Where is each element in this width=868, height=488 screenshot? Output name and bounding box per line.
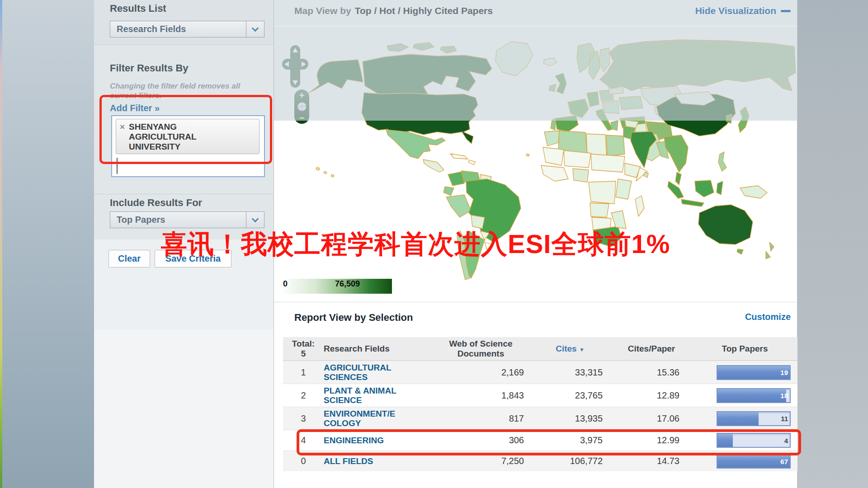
top-papers-bar-value: 67	[780, 457, 788, 465]
hide-visualization-link[interactable]: Hide Visualization	[695, 5, 791, 16]
esi-screenshot: Results List Research Fields Filter Resu…	[0, 0, 868, 488]
country-egypt[interactable]	[606, 135, 625, 156]
include-results-selected-value: Top Papers	[110, 215, 246, 225]
table-row: 2 PLANT & ANIMAL SCIENCE 1,843 23,765 12…	[283, 384, 797, 407]
row-top-papers-cell: 19	[692, 365, 797, 380]
country-australia[interactable]	[698, 205, 753, 244]
header-divider	[274, 26, 797, 26]
top-papers-bar-fill	[717, 455, 790, 468]
row-cites-per-paper-value: 15.36	[611, 367, 692, 378]
row-top-papers-cell: 18	[692, 388, 797, 403]
row-cites-value: 106,772	[529, 456, 611, 466]
chevron-down-icon	[252, 24, 259, 32]
row-cites-value: 33,315	[529, 367, 611, 378]
country-new-zealand[interactable]	[766, 242, 774, 259]
customize-link[interactable]: Customize	[745, 312, 791, 322]
country-congo[interactable]	[589, 181, 616, 204]
filter-results-heading: Filter Results By	[110, 62, 189, 74]
row-top-papers-cell: 67	[692, 454, 797, 469]
country-peru[interactable]	[446, 195, 471, 217]
total-header: Total: 5	[283, 339, 324, 359]
slide-edge-photo-sliver	[0, 0, 2, 488]
cites-per-paper-header[interactable]: Cites/Paper	[611, 344, 692, 354]
research-field-link[interactable]: AGRICULTURAL SCIENCES	[324, 363, 401, 382]
top-papers-bar-value: 19	[780, 369, 788, 376]
row-cites-per-paper-value: 17.06	[611, 413, 692, 424]
country-new-guinea[interactable]	[740, 186, 767, 198]
pacific-islands	[316, 154, 529, 177]
country-madagascar[interactable]	[635, 196, 644, 216]
research-field-link[interactable]: PLANT & ANIMAL SCIENCE	[324, 386, 401, 405]
hide-visualization-label: Hide Visualization	[695, 5, 776, 16]
top-papers-bar: 18	[717, 388, 791, 403]
row-rank: 1	[283, 367, 324, 378]
map-title-main: Top / Hot / Highly Cited Papers	[355, 5, 493, 16]
results-list-select-button[interactable]	[246, 21, 264, 37]
section-divider	[94, 194, 274, 194]
top-papers-bar-value: 11	[781, 415, 788, 422]
top-papers-bar-value: 18	[780, 392, 788, 399]
country-mozambique[interactable]	[611, 211, 626, 229]
top-papers-bar-fill	[717, 366, 790, 379]
choropleth-legend: 0 76,509	[282, 279, 392, 294]
country-chad-sudan[interactable]	[591, 154, 625, 172]
country-kenya-tanzania[interactable]	[616, 179, 632, 199]
top-papers-bar: 67	[717, 454, 791, 469]
top-papers-bar-fill	[717, 389, 786, 402]
map-top-overlay	[274, 0, 797, 121]
country-caribbean[interactable]	[450, 154, 476, 165]
country-greece[interactable]	[611, 121, 618, 131]
top-papers-header[interactable]: Top Papers	[692, 344, 797, 354]
country-central-america[interactable]	[423, 160, 444, 172]
top-papers-bar: 11	[717, 411, 791, 426]
research-field-link[interactable]: ENVIRONMENT/ECOLOGY	[324, 409, 401, 428]
table-row: 1 AGRICULTURAL SCIENCES 2,169 33,315 15.…	[283, 361, 797, 384]
row-field-cell: AGRICULTURAL SCIENCES	[324, 363, 432, 382]
results-list-select[interactable]: Research Fields	[110, 21, 264, 38]
include-results-select-button[interactable]	[246, 212, 264, 228]
slide-left-margin	[0, 0, 94, 488]
slide-right-margin	[797, 0, 868, 488]
collapse-minus-icon	[781, 10, 791, 12]
row-docs-value: 2,169	[432, 367, 529, 378]
country-angola[interactable]	[590, 203, 609, 217]
include-results-heading: Include Results For	[110, 197, 202, 209]
country-nigeria[interactable]	[573, 169, 589, 182]
country-tasmania[interactable]	[737, 249, 743, 254]
row-cites-value: 13,935	[529, 413, 611, 424]
row-field-cell: PLANT & ANIMAL SCIENCE	[324, 386, 432, 405]
row-rank: 0	[283, 456, 324, 466]
results-list-selected-value: Research Fields	[110, 24, 246, 34]
cites-header[interactable]: Cites ▼	[529, 344, 611, 354]
country-mexico[interactable]	[386, 130, 445, 159]
country-colombia[interactable]	[448, 172, 464, 186]
clear-button[interactable]: Clear	[108, 250, 150, 267]
row-cites-value: 23,765	[529, 390, 611, 401]
map-title-prefix: Map View by	[294, 5, 351, 16]
table-row: 3 ENVIRONMENT/ECOLOGY 817 13,935 17.06 1…	[283, 407, 797, 430]
sort-descending-icon: ▼	[579, 347, 585, 353]
row-cites-per-paper-value: 12.89	[611, 390, 692, 401]
results-list-heading: Results List	[110, 3, 166, 14]
row-rank: 3	[283, 413, 324, 424]
chevron-down-icon	[252, 215, 259, 222]
row-field-cell: ENVIRONMENT/ECOLOGY	[324, 409, 432, 428]
highlight-box-filter	[99, 95, 272, 164]
research-fields-header[interactable]: Research Fields	[324, 344, 432, 354]
row-docs-value: 1,843	[432, 390, 529, 401]
legend-max-label: 76,509	[335, 279, 360, 289]
row-docs-value: 817	[432, 413, 529, 424]
row-field-cell: ALL FIELDS	[324, 456, 432, 466]
country-malaysia[interactable]	[675, 172, 681, 185]
country-morocco[interactable]	[544, 131, 560, 146]
research-field-link[interactable]: ALL FIELDS	[324, 456, 373, 466]
row-rank: 2	[283, 390, 324, 401]
row-top-papers-cell: 11	[692, 411, 797, 426]
country-indonesia[interactable]	[668, 180, 723, 206]
wos-documents-header[interactable]: Web of Science Documents	[432, 339, 529, 359]
country-ecuador[interactable]	[443, 187, 454, 196]
country-philippines[interactable]	[718, 152, 726, 171]
country-srilanka[interactable]	[644, 172, 648, 178]
row-docs-value: 7,250	[432, 456, 529, 466]
include-results-select[interactable]: Top Papers	[110, 211, 264, 228]
